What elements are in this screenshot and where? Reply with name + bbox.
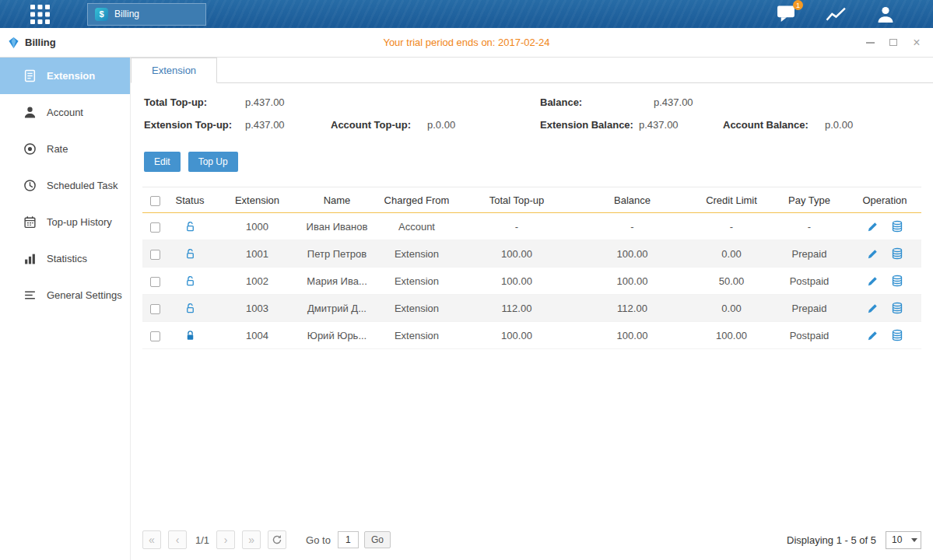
statistics-chart-button[interactable] xyxy=(824,4,847,24)
sidebar-item-statistics[interactable]: Statistics xyxy=(0,240,130,277)
sidebar-item-label: Extension xyxy=(47,70,95,82)
edit-button[interactable]: Edit xyxy=(144,152,181,172)
edit-icon[interactable] xyxy=(867,330,879,341)
goto-page-input[interactable] xyxy=(338,531,359,548)
extension-cell: 1002 xyxy=(212,268,302,295)
credit-limit-cell: 0.00 xyxy=(693,240,770,268)
sidebar-item-label: Statistics xyxy=(47,253,87,264)
titlebar: Billing Your trial period ends on: 2017-… xyxy=(0,28,933,58)
account-topup-label: Account Top-up: xyxy=(331,119,427,131)
charged-from-cell: Extension xyxy=(372,268,461,295)
extension-table: Status Extension Name Charged From Total… xyxy=(131,187,933,349)
edit-icon[interactable] xyxy=(867,275,879,287)
row-checkbox[interactable] xyxy=(150,277,160,287)
calendar-icon xyxy=(23,215,37,229)
total-topup-cell: - xyxy=(461,213,572,240)
col-pay-type: Pay Type xyxy=(770,187,848,213)
col-operation: Operation xyxy=(848,187,921,213)
top-up-icon[interactable] xyxy=(891,275,903,287)
pagination-bar: « ‹ 1/1 › » Go to Go Displaying 1 - 5 of… xyxy=(131,524,933,560)
sidebar-item-account[interactable]: Account xyxy=(0,94,130,131)
sidebar-item-label: Scheduled Task xyxy=(47,180,118,191)
window-controls: × xyxy=(865,37,922,48)
tab-strip: Extension xyxy=(131,58,933,83)
topbar: $ Billing 1 xyxy=(0,0,933,28)
action-buttons: Edit Top Up xyxy=(131,152,933,172)
page-indicator: 1/1 xyxy=(195,534,209,546)
next-page-button[interactable]: › xyxy=(216,530,235,549)
name-cell: Мария Ива... xyxy=(302,268,372,295)
settings-list-icon xyxy=(23,289,37,302)
col-balance: Balance xyxy=(572,187,693,213)
total-topup-label: Total Top-up: xyxy=(144,96,245,108)
refresh-button[interactable] xyxy=(268,530,286,549)
tab-extension[interactable]: Extension xyxy=(131,58,217,83)
edit-icon[interactable] xyxy=(867,221,879,233)
sidebar-item-extension[interactable]: Extension xyxy=(0,58,130,94)
chevron-down-icon xyxy=(908,538,921,542)
edit-icon[interactable] xyxy=(867,248,879,260)
account-topup-value: p.0.00 xyxy=(427,119,540,131)
pay-type-cell: Postpaid xyxy=(770,268,848,295)
table-header-row: Status Extension Name Charged From Total… xyxy=(142,187,921,213)
name-cell: Юрий Юрь... xyxy=(302,322,372,349)
sidebar-item-rate[interactable]: Rate xyxy=(0,131,130,167)
close-button[interactable]: × xyxy=(911,37,922,48)
total-topup-cell: 100.00 xyxy=(461,240,572,268)
displaying-text: Displaying 1 - 5 of 5 xyxy=(787,534,876,546)
notification-badge: 1 xyxy=(793,0,803,10)
main-content: Extension Total Top-up: p.437.00 Balance… xyxy=(131,58,933,560)
name-cell: Дмитрий Д... xyxy=(302,295,372,322)
balance-cell: - xyxy=(572,213,693,240)
credit-limit-cell: 50.00 xyxy=(693,268,770,295)
table-row: 1002 Мария Ива... Extension 100.00 100.0… xyxy=(142,268,921,295)
sidebar-item-label: Rate xyxy=(47,143,68,155)
notifications-button[interactable]: 1 xyxy=(774,4,798,24)
app-launcher-button[interactable] xyxy=(28,3,51,25)
extension-cell: 1003 xyxy=(212,295,302,322)
row-checkbox[interactable] xyxy=(150,304,160,314)
app-title: Billing xyxy=(8,37,56,49)
credit-limit-cell: 0.00 xyxy=(693,295,770,322)
first-page-button[interactable]: « xyxy=(142,530,161,549)
col-total-topup: Total Top-up xyxy=(461,187,572,213)
maximize-button[interactable] xyxy=(888,37,899,48)
top-up-icon[interactable] xyxy=(891,247,903,260)
row-checkbox[interactable] xyxy=(150,331,160,341)
pay-type-cell: - xyxy=(770,213,848,240)
charged-from-cell: Extension xyxy=(372,240,461,268)
page-size-value: 10 xyxy=(886,534,908,545)
page-size-select[interactable]: 10 xyxy=(886,531,921,549)
extension-icon xyxy=(23,69,37,82)
col-credit-limit: Credit Limit xyxy=(693,187,770,213)
top-up-button[interactable]: Top Up xyxy=(188,152,238,172)
balance-cell: 100.00 xyxy=(572,268,693,295)
extension-cell: 1000 xyxy=(212,213,302,240)
total-topup-cell: 100.00 xyxy=(461,322,572,349)
prev-page-button[interactable]: ‹ xyxy=(168,530,187,549)
charged-from-cell: Account xyxy=(372,213,461,240)
minimize-button[interactable] xyxy=(865,37,875,48)
account-person-icon xyxy=(23,106,37,119)
name-cell: Петр Петров xyxy=(302,240,372,268)
user-account-button[interactable] xyxy=(874,4,897,24)
pay-type-cell: Prepaid xyxy=(770,240,848,268)
top-up-icon[interactable] xyxy=(891,302,903,314)
sidebar: Extension Account Rate Scheduled Task xyxy=(0,58,131,560)
last-page-button[interactable]: » xyxy=(242,530,261,549)
unlock-icon xyxy=(184,275,196,287)
sidebar-item-scheduled-task[interactable]: Scheduled Task xyxy=(0,167,130,204)
account-balance-label: Account Balance: xyxy=(723,119,825,131)
row-checkbox[interactable] xyxy=(150,222,160,233)
charged-from-cell: Extension xyxy=(372,322,461,349)
go-button[interactable]: Go xyxy=(364,531,391,548)
sidebar-item-general-settings[interactable]: General Settings xyxy=(0,277,130,313)
edit-icon[interactable] xyxy=(867,303,879,314)
credit-limit-cell: - xyxy=(693,213,770,240)
select-all-checkbox[interactable] xyxy=(150,196,160,206)
top-up-icon[interactable] xyxy=(891,329,903,341)
sidebar-item-topup-history[interactable]: Top-up History xyxy=(0,204,130,240)
top-up-icon[interactable] xyxy=(891,220,903,233)
topbar-billing-tab[interactable]: $ Billing xyxy=(87,3,206,26)
row-checkbox[interactable] xyxy=(150,250,160,260)
